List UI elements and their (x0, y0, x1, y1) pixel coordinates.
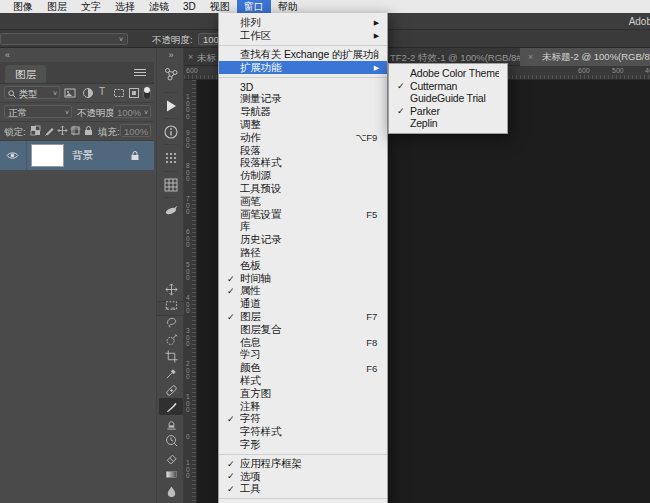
menu-item-选项[interactable]: ✓选项 (219, 470, 387, 483)
menu-item-动作[interactable]: 动作⌥F9 (219, 131, 387, 144)
blend-mode-dropdown[interactable]: 正常 ˅ (4, 105, 72, 118)
actions-play-panel-icon[interactable] (157, 98, 185, 114)
lock-artboard-icon[interactable] (70, 125, 81, 136)
menu-item-工具[interactable]: ✓工具 (219, 483, 387, 496)
shape-layer-filter-icon[interactable] (113, 87, 125, 99)
menu-item-信息[interactable]: 信息F8 (219, 336, 387, 349)
layer-visibility-toggle[interactable] (0, 141, 27, 170)
menu-item-段落样式[interactable]: 段落样式 (219, 157, 387, 170)
menu-item-工作区[interactable]: 工作区▶ (219, 30, 387, 43)
menu-item-画笔设置[interactable]: 画笔设置F5 (219, 208, 387, 221)
menu-item-通道[interactable]: 通道 (219, 298, 387, 311)
pixel-layer-filter-icon[interactable] (64, 87, 76, 99)
expand-panels-icon[interactable]: » (157, 50, 185, 60)
glyphs-panel-icon[interactable] (157, 150, 185, 166)
menu-item-字形[interactable]: 字形 (219, 439, 387, 452)
brush-tool[interactable] (159, 398, 183, 415)
panel-menu-icon[interactable] (134, 69, 146, 78)
menu-item-学习[interactable]: 学习 (219, 349, 387, 362)
menu-item-画笔[interactable]: 画笔 (219, 195, 387, 208)
layer-opacity-value[interactable]: 100% ˅ (113, 105, 151, 118)
menubar-item-图层[interactable]: 图层 (40, 0, 74, 13)
menu-item-工具预设[interactable]: 工具预设 (219, 183, 387, 196)
submenu-item-Cutterman[interactable]: ✓Cutterman (389, 80, 507, 93)
vertical-ruler[interactable]: 10009008007006005004003002001000100 (184, 80, 197, 503)
menu-item-查找有关 Exchange 的扩展功能...[interactable]: 查找有关 Exchange 的扩展功能... (219, 49, 387, 62)
menubar-item-帮助[interactable]: 帮助 (271, 0, 305, 13)
lasso-tool[interactable] (159, 314, 183, 331)
smart-object-filter-icon[interactable] (128, 87, 140, 99)
lock-transparent-pixels-icon[interactable] (30, 125, 41, 136)
ruler-label: 1000 (186, 94, 190, 120)
gradient-tool[interactable] (159, 466, 183, 483)
menu-item-字符样式[interactable]: 字符样式 (219, 426, 387, 439)
close-icon[interactable]: × (188, 52, 193, 62)
brushes-panel-icon[interactable] (157, 203, 185, 219)
menu-item-调整[interactable]: 调整 (219, 119, 387, 132)
collapse-panels-icon[interactable]: « (5, 50, 10, 60)
layer-row-background[interactable]: 背景 (0, 141, 154, 170)
menubar-item-3D[interactable]: 3D (176, 0, 203, 13)
libraries-panel-icon[interactable] (157, 66, 185, 82)
menu-item-应用程序框架[interactable]: ✓应用程序框架 (219, 457, 387, 470)
lock-all-icon[interactable] (83, 125, 94, 136)
submenu-item-Zeplin[interactable]: Zeplin (389, 117, 507, 130)
menu-item-时间轴[interactable]: ✓时间轴 (219, 272, 387, 285)
brush-preset-dropdown[interactable]: ˅ (0, 33, 128, 45)
menu-item-路径[interactable]: 路径 (219, 247, 387, 260)
menu-item-label: 扩展功能 (240, 61, 370, 75)
menu-item-图层复合[interactable]: 图层复合 (219, 323, 387, 336)
menu-item-注释[interactable]: 注释 (219, 400, 387, 413)
menu-item-扩展功能[interactable]: 扩展功能▶ (219, 61, 387, 74)
submenu-item-Parker[interactable]: ✓Parker (389, 105, 507, 118)
menubar-item-图像[interactable]: 图像 (6, 0, 40, 13)
menu-item-历史记录[interactable]: 历史记录 (219, 234, 387, 247)
document-tab-fragment[interactable]: 未标 (197, 52, 216, 65)
clone-stamp-tool[interactable] (159, 415, 183, 432)
menu-item-段落[interactable]: 段落 (219, 144, 387, 157)
menubar-item-文字[interactable]: 文字 (74, 0, 108, 13)
menu-item-排列[interactable]: 排列▶ (219, 17, 387, 30)
menu-item-直方图[interactable]: 直方图 (219, 387, 387, 400)
menu-item-图层[interactable]: ✓图层F7 (219, 311, 387, 324)
submenu-item-Adobe Color Themes[interactable]: Adobe Color Themes (389, 67, 507, 80)
menu-item-导航器[interactable]: 导航器 (219, 106, 387, 119)
lock-image-pixels-icon[interactable] (44, 125, 55, 136)
menu-item-3D[interactable]: 3D (219, 80, 387, 93)
filter-toggle-switch[interactable] (143, 86, 151, 100)
document-tab-active[interactable]: × 未标题-2 @ 100%(RGB/8) (520, 48, 650, 66)
menu-item-色板[interactable]: 色板 (219, 259, 387, 272)
close-icon[interactable]: × (528, 52, 533, 62)
blur-tool[interactable] (159, 483, 183, 500)
move-tool[interactable] (159, 281, 183, 298)
menu-item-样式[interactable]: 样式 (219, 375, 387, 388)
menu-item-仿制源[interactable]: 仿制源 (219, 170, 387, 183)
menubar-item-视图[interactable]: 视图 (203, 0, 237, 13)
swatches-panel-icon[interactable] (157, 177, 185, 193)
menu-item-库[interactable]: 库 (219, 221, 387, 234)
menubar-item-滤镜[interactable]: 滤镜 (142, 0, 176, 13)
layer-filter-type-dropdown[interactable]: 类型 ˅ (4, 86, 60, 99)
layer-thumbnail[interactable] (31, 144, 64, 167)
lock-position-icon[interactable] (57, 125, 68, 136)
healing-brush-tool[interactable] (159, 382, 183, 399)
adjustment-layer-filter-icon[interactable] (82, 87, 94, 99)
eyedropper-tool[interactable] (159, 365, 183, 382)
menu-item-测量记录[interactable]: 测量记录 (219, 93, 387, 106)
tab-layers[interactable]: 图层 (5, 65, 46, 83)
submenu-item-GuideGuide Trial[interactable]: GuideGuide Trial (389, 92, 507, 105)
menu-item-属性[interactable]: ✓属性 (219, 285, 387, 298)
menu-item-颜色[interactable]: 颜色F6 (219, 362, 387, 375)
menubar-item-窗口[interactable]: 窗口 (237, 0, 271, 13)
type-layer-filter-icon[interactable]: T (99, 86, 105, 97)
marquee-tool[interactable] (159, 297, 183, 314)
info-panel-icon[interactable] (157, 124, 185, 140)
crop-tool[interactable] (159, 348, 183, 365)
eye-icon (6, 151, 19, 160)
history-brush-tool[interactable] (159, 432, 183, 449)
menubar-item-选择[interactable]: 选择 (108, 0, 142, 13)
menu-item-字符[interactable]: ✓字符 (219, 413, 387, 426)
fill-value[interactable]: 100% (120, 124, 151, 137)
quick-selection-tool[interactable] (159, 331, 183, 348)
eraser-tool[interactable] (159, 449, 183, 466)
